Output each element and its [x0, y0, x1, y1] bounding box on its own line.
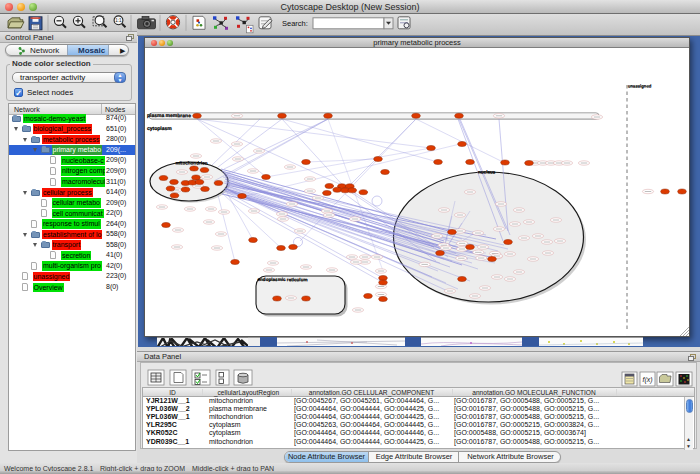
svg-text:1:1: 1:1 — [115, 18, 122, 23]
svg-text:mitochondrion: mitochondrion — [175, 161, 207, 166]
svg-text:unassigned: unassigned — [628, 84, 652, 89]
svg-text:endoplasmic reticulum: endoplasmic reticulum — [257, 277, 307, 282]
svg-text:plasma membrane: plasma membrane — [147, 112, 191, 118]
svg-text:Search:: Search: — [282, 19, 308, 28]
svg-text:nucleus: nucleus — [478, 170, 496, 175]
svg-text:cytoplasm: cytoplasm — [147, 125, 172, 131]
svg-text:f(x): f(x) — [642, 376, 652, 384]
